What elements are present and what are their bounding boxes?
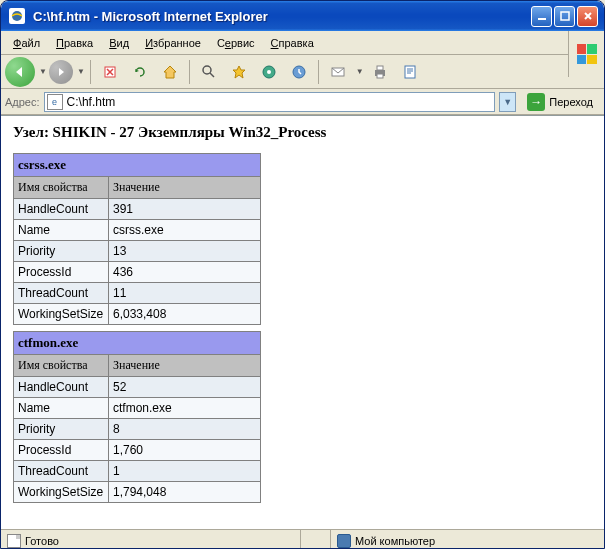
property-cell: ThreadCount xyxy=(14,461,109,482)
value-cell: 1 xyxy=(109,461,261,482)
menu-favorites[interactable]: Избранное xyxy=(137,34,209,52)
svg-rect-10 xyxy=(377,66,383,70)
col-value: Значение xyxy=(109,355,261,377)
property-cell: HandleCount xyxy=(14,377,109,398)
property-cell: HandleCount xyxy=(14,199,109,220)
col-value: Значение xyxy=(109,177,261,199)
media-button[interactable] xyxy=(255,58,283,86)
svg-rect-2 xyxy=(561,12,569,20)
go-arrow-icon: → xyxy=(527,93,545,111)
value-cell: 13 xyxy=(109,241,261,262)
window-title: C:\hf.htm - Microsoft Internet Explorer xyxy=(33,9,531,24)
edit-button[interactable] xyxy=(396,58,424,86)
address-bar: Адрес: e ▼ → Переход xyxy=(1,89,604,115)
history-button[interactable] xyxy=(285,58,313,86)
computer-icon xyxy=(337,534,351,548)
svg-rect-11 xyxy=(377,74,383,78)
toolbar: ▼ ▼ ▼ xyxy=(1,55,604,89)
search-button[interactable] xyxy=(195,58,223,86)
process-table: csrss.exeИмя свойстваЗначениеHandleCount… xyxy=(13,153,261,325)
back-button[interactable] xyxy=(5,57,35,87)
table-row: Priority8 xyxy=(14,419,261,440)
property-cell: WorkingSetSize xyxy=(14,304,109,325)
print-button[interactable] xyxy=(366,58,394,86)
value-cell: 8 xyxy=(109,419,261,440)
ie-app-icon xyxy=(9,8,25,24)
value-cell: 6,033,408 xyxy=(109,304,261,325)
go-button[interactable]: → Переход xyxy=(520,91,600,113)
property-cell: ThreadCount xyxy=(14,283,109,304)
status-zone-text: Мой компьютер xyxy=(355,535,435,547)
status-zone-cell: Мой компьютер xyxy=(331,530,604,549)
ie-throbber-logo xyxy=(568,31,604,77)
back-dropdown[interactable]: ▼ xyxy=(39,67,47,76)
close-button[interactable] xyxy=(577,6,598,27)
table-row: ThreadCount1 xyxy=(14,461,261,482)
svg-point-4 xyxy=(203,66,211,74)
go-label: Переход xyxy=(549,96,593,108)
value-cell: 1,794,048 xyxy=(109,482,261,503)
forward-button[interactable] xyxy=(49,60,73,84)
property-cell: ProcessId xyxy=(14,262,109,283)
menu-view[interactable]: Вид xyxy=(101,34,137,52)
table-row: ProcessId1,760 xyxy=(14,440,261,461)
window-titlebar: C:\hf.htm - Microsoft Internet Explorer xyxy=(1,1,604,31)
table-row: Namectfmon.exe xyxy=(14,398,261,419)
status-ready-text: Готово xyxy=(25,535,59,547)
minimize-button[interactable] xyxy=(531,6,552,27)
menu-bar: Файл Правка Вид Избранное Сервис Справка xyxy=(1,31,604,55)
process-name-header: ctfmon.exe xyxy=(14,332,261,355)
value-cell: 436 xyxy=(109,262,261,283)
page-icon: e xyxy=(47,94,63,110)
favorites-button[interactable] xyxy=(225,58,253,86)
svg-rect-1 xyxy=(538,18,546,20)
table-row: HandleCount52 xyxy=(14,377,261,398)
home-button[interactable] xyxy=(156,58,184,86)
address-input-container: e xyxy=(44,92,496,112)
address-label: Адрес: xyxy=(5,96,40,108)
table-row: Namecsrss.exe xyxy=(14,220,261,241)
maximize-button[interactable] xyxy=(554,6,575,27)
menu-edit[interactable]: Правка xyxy=(48,34,101,52)
value-cell: ctfmon.exe xyxy=(109,398,261,419)
refresh-button[interactable] xyxy=(126,58,154,86)
property-cell: WorkingSetSize xyxy=(14,482,109,503)
status-bar: Готово Мой компьютер xyxy=(1,529,604,549)
table-row: WorkingSetSize6,033,408 xyxy=(14,304,261,325)
col-property: Имя свойства xyxy=(14,355,109,377)
process-name-header: csrss.exe xyxy=(14,154,261,177)
status-ready-cell: Готово xyxy=(1,530,301,549)
property-cell: Name xyxy=(14,220,109,241)
value-cell: 11 xyxy=(109,283,261,304)
svg-point-6 xyxy=(267,70,271,74)
table-row: ThreadCount11 xyxy=(14,283,261,304)
address-dropdown[interactable]: ▼ xyxy=(499,92,516,112)
menu-help[interactable]: Справка xyxy=(263,34,322,52)
stop-button[interactable] xyxy=(96,58,124,86)
property-cell: Priority xyxy=(14,241,109,262)
mail-button[interactable] xyxy=(324,58,352,86)
content-area[interactable]: Узел: SHIKIN - 27 Экземпляры Win32_Proce… xyxy=(1,115,604,529)
table-row: ProcessId436 xyxy=(14,262,261,283)
document-icon xyxy=(7,534,21,548)
property-cell: Name xyxy=(14,398,109,419)
address-input[interactable] xyxy=(67,95,493,109)
svg-rect-12 xyxy=(405,66,415,78)
process-table: ctfmon.exeИмя свойстваЗначениеHandleCoun… xyxy=(13,331,261,503)
value-cell: 1,760 xyxy=(109,440,261,461)
col-property: Имя свойства xyxy=(14,177,109,199)
page-heading: Узел: SHIKIN - 27 Экземпляры Win32_Proce… xyxy=(13,124,592,141)
table-row: HandleCount391 xyxy=(14,199,261,220)
value-cell: 52 xyxy=(109,377,261,398)
mail-dropdown[interactable]: ▼ xyxy=(356,67,364,76)
property-cell: Priority xyxy=(14,419,109,440)
property-cell: ProcessId xyxy=(14,440,109,461)
value-cell: 391 xyxy=(109,199,261,220)
menu-file[interactable]: Файл xyxy=(5,34,48,52)
forward-dropdown[interactable]: ▼ xyxy=(77,67,85,76)
menu-tools[interactable]: Сервис xyxy=(209,34,263,52)
table-row: Priority13 xyxy=(14,241,261,262)
value-cell: csrss.exe xyxy=(109,220,261,241)
table-row: WorkingSetSize1,794,048 xyxy=(14,482,261,503)
svg-point-0 xyxy=(12,11,22,21)
